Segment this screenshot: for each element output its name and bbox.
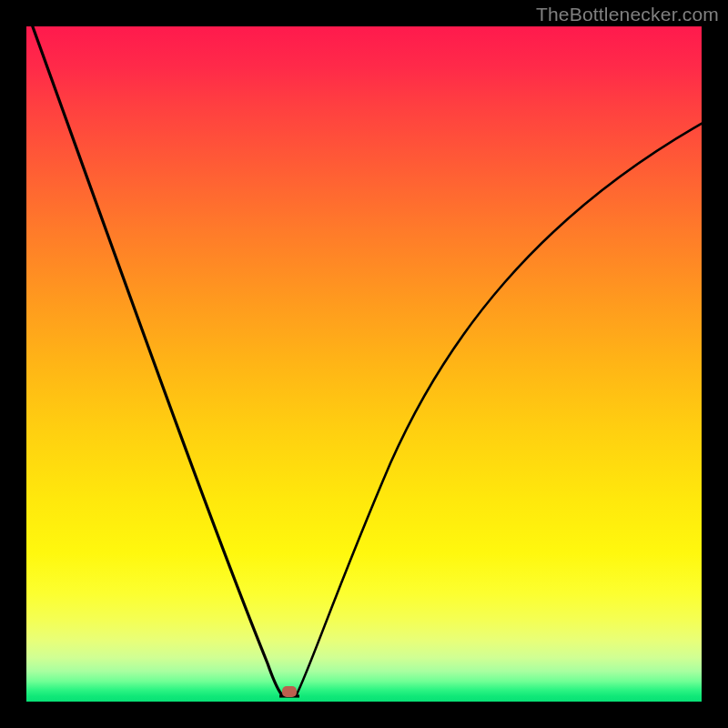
curve-left-branch xyxy=(31,26,283,696)
bottleneck-curve xyxy=(26,26,702,702)
watermark-text: TheBottlenecker.com xyxy=(536,4,719,25)
curve-right-branch xyxy=(296,122,702,696)
bottleneck-marker xyxy=(282,686,297,697)
chart-area xyxy=(26,26,702,702)
